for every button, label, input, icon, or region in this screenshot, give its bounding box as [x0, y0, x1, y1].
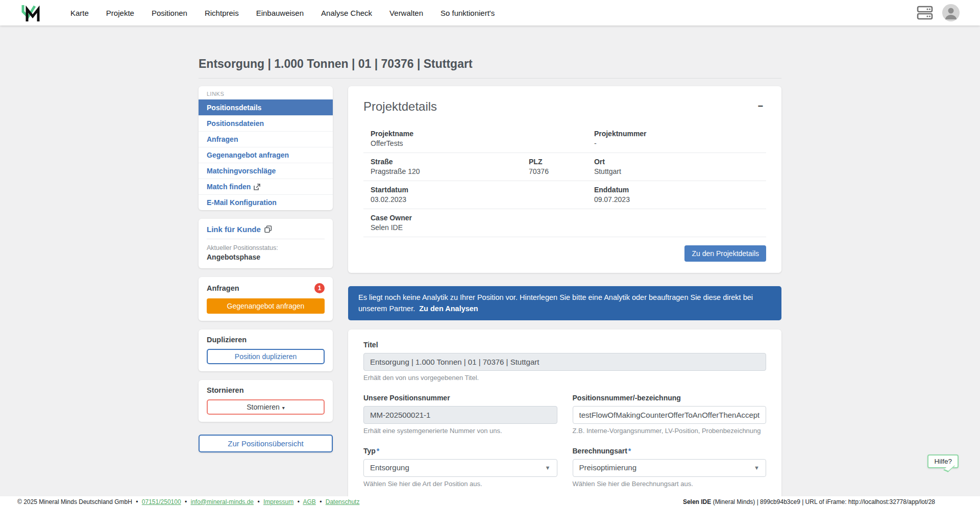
gegenangebot-anfragen-button[interactable]: Gegenangebot anfragen [207, 298, 325, 314]
zu-den-projektdetails-button[interactable]: Zu den Projektdetails [684, 245, 766, 262]
sidebar-item-matchingvorschlaege[interactable]: Matchingvorschläge [199, 163, 333, 179]
nav-item-einbauweisen[interactable]: Einbauweisen [256, 9, 304, 17]
page-title: Entsorgung | 1.000 Tonnen | 01 | 70376 |… [199, 57, 781, 71]
main-content: Projektdetails − Projektname OfferTests … [348, 86, 781, 507]
collapse-minus-icon[interactable]: − [754, 99, 766, 113]
strasse-label: Straße [371, 158, 529, 166]
chevron-down-icon: ▾ [282, 405, 285, 411]
duplizieren-card-title: Duplizieren [207, 336, 325, 344]
startdatum-label: Startdatum [371, 186, 594, 194]
titel-helper: Erhält den von uns vorgegebenen Titel. [363, 374, 766, 382]
sidebar-item-match-finden[interactable]: Match finden [199, 179, 333, 194]
typ-select-value: Entsorgung [370, 463, 409, 472]
sidebar-item-positionsdetails[interactable]: Positionsdetails [199, 99, 333, 115]
positionsnummer-bezeichnung-input[interactable] [573, 406, 767, 424]
projektnummer-value: - [594, 139, 766, 147]
sidebar-item-gegenangebot-anfragen[interactable]: Gegenangebot anfragen [199, 147, 333, 163]
typ-select[interactable]: Entsorgung ▼ [363, 459, 557, 477]
email-link[interactable]: info@mineral-minds.de [190, 498, 254, 505]
sidebar-item-email-konfiguration[interactable]: E-Mail Konfiguration [199, 194, 333, 210]
projektdetails-card: Projektdetails − Projektname OfferTests … [348, 86, 781, 273]
position-duplizieren-button[interactable]: Position duplizieren [207, 349, 325, 364]
nav-item-karte[interactable]: Karte [70, 9, 89, 17]
detail-row-datum: Startdatum 03.02.2023 Enddatum 09.07.202… [363, 181, 766, 209]
page-header: Entsorgung | 1.000 Tonnen | 01 | 70376 |… [199, 57, 781, 79]
zu-den-analysen-link[interactable]: Zu den Analysen [419, 305, 478, 313]
impressum-link[interactable]: Impressum [263, 498, 293, 505]
titel-input[interactable] [363, 353, 766, 371]
footer-separator: • [136, 498, 138, 505]
nav-item-verwalten[interactable]: Verwalten [389, 9, 423, 17]
detail-row-projektname: Projektname OfferTests Projektnummer - [363, 125, 766, 153]
link-fuer-kunde-label: Link für Kunde [207, 225, 261, 234]
datenschutz-link[interactable]: Datenschutz [326, 498, 360, 505]
bezeichnung-field-group: Positionsnummer/-bezeichnung Z.B. Intern… [573, 394, 767, 435]
nav-item-analyse-check[interactable]: Analyse Check [321, 9, 372, 17]
stornieren-card-title: Stornieren [207, 386, 325, 394]
plz-value: 70376 [529, 167, 594, 175]
nav-item-richtpreis[interactable]: Richtpreis [205, 9, 239, 17]
detail-row-adresse: Straße Pragstraße 120 PLZ 70376 Ort Stut… [363, 153, 766, 181]
nav-item-projekte[interactable]: Projekte [106, 9, 134, 17]
hilfe-button[interactable]: Hilfe? [927, 454, 959, 468]
plz-label: PLZ [529, 158, 594, 166]
berechnungsart-field-group: Berechnungsart* Preisoptimierung ▼ Wähle… [573, 447, 767, 488]
sidebar-item-label: Match finden [207, 183, 251, 191]
copy-icon [264, 225, 272, 233]
typ-field-group: Typ* Entsorgung ▼ Wählen Sie hier die Ar… [363, 447, 557, 488]
ort-label: Ort [594, 158, 766, 166]
footer-separator: • [298, 498, 300, 505]
position-form-card: Titel Erhält den von uns vorgegebenen Ti… [348, 329, 781, 507]
enddatum-value: 09.07.2023 [594, 195, 766, 204]
berechnungsart-label: Berechnungsart* [573, 447, 767, 455]
server-stack-icon[interactable] [917, 6, 933, 20]
berechnungsart-select[interactable]: Preisoptimierung ▼ [573, 459, 767, 477]
position-status-value: Angebotsphase [207, 253, 325, 261]
footer-session-info: (Mineral Minds) | 899cb94b3ce9 | URL of … [711, 498, 935, 505]
berechnungsart-helper: Wählen Sie hier die Berechnungsart aus. [573, 480, 767, 488]
anfragen-count-badge: 1 [314, 283, 325, 293]
ort-value: Stuttgart [594, 167, 766, 175]
phone-link[interactable]: 07151/250100 [142, 498, 181, 505]
mineral-minds-logo-icon[interactable] [20, 3, 42, 22]
links-card: LINKS Positionsdetails Positionsdateien … [199, 86, 333, 210]
footer-separator: • [320, 498, 322, 505]
stornieren-dropdown-button[interactable]: Stornieren▾ [207, 399, 325, 415]
link-fuer-kunde-link[interactable]: Link für Kunde [207, 225, 272, 239]
projektnummer-label: Projektnummer [594, 130, 766, 138]
analytik-info-banner: Es liegt noch keine Analytik zu Ihrer Po… [348, 286, 781, 320]
nav-item-positionen[interactable]: Positionen [152, 9, 187, 17]
unsere-positionsnummer-input[interactable] [363, 406, 557, 424]
footer: © 2025 Mineral Minds Deutschland GmbH • … [0, 496, 980, 507]
required-asterisk: * [377, 447, 379, 455]
required-asterisk: * [628, 447, 631, 455]
user-avatar-icon[interactable] [942, 4, 960, 21]
sidebar-item-positionsdateien[interactable]: Positionsdateien [199, 115, 333, 131]
agb-link[interactable]: AGB [303, 498, 316, 505]
footer-separator: • [257, 498, 259, 505]
detail-row-case-owner: Case Owner Selen IDE [363, 209, 766, 237]
anfragen-card-title: Anfragen [207, 284, 239, 292]
top-navbar: Karte Projekte Positionen Richtpreis Ein… [0, 0, 980, 26]
enddatum-label: Enddatum [594, 186, 766, 194]
projektname-label: Projektname [371, 130, 594, 138]
position-status-label: Aktueller Positionsstatus: [207, 244, 325, 251]
chevron-down-icon: ▼ [754, 465, 760, 471]
footer-right: Selen IDE (Mineral Minds) | 899cb94b3ce9… [683, 498, 935, 505]
positionsnummer-bezeichnung-label: Positionsnummer/-bezeichnung [573, 394, 767, 402]
links-card-header: LINKS [199, 86, 333, 99]
berechnungsart-select-value: Preisoptimierung [579, 463, 637, 472]
external-link-icon [254, 184, 260, 190]
divider [207, 239, 325, 239]
typ-label: Typ* [363, 447, 557, 455]
stornieren-card: Stornieren Stornieren▾ [199, 380, 333, 422]
zur-positionsuebersicht-button[interactable]: Zur Positionsübersicht [199, 435, 333, 452]
footer-user-name: Selen IDE [683, 498, 711, 505]
copyright-text: © 2025 Mineral Minds Deutschland GmbH [17, 498, 132, 505]
unsere-positionsnummer-label: Unsere Positionsnummer [363, 394, 557, 402]
nav-item-so-funktionierts[interactable]: So funktioniert's [440, 9, 495, 17]
chevron-down-icon: ▼ [545, 465, 551, 471]
sidebar-item-anfragen[interactable]: Anfragen [199, 131, 333, 147]
stornieren-button-label: Stornieren [247, 403, 280, 411]
positionsnummer-field-group: Unsere Positionsnummer Erhält eine syste… [363, 394, 557, 435]
